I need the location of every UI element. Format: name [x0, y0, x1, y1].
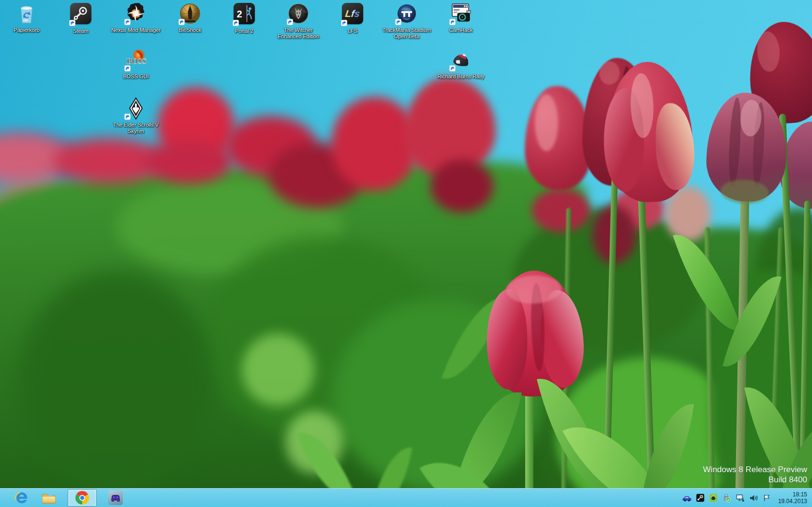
- desktop-icon-lfs[interactable]: Lfs LFS: [327, 2, 378, 34]
- portal-2-icon: 2: [233, 3, 256, 26]
- camhack-icon: [449, 2, 472, 25]
- watermark-line2: Build 8400: [703, 475, 807, 485]
- desktop-icon-trackmania[interactable]: TrackMania Stadium Open Beta: [382, 2, 432, 40]
- shortcut-arrow-icon: [178, 19, 185, 25]
- taskbar-button-file-explorer[interactable]: [41, 490, 57, 506]
- clock-time: 18:15: [778, 491, 807, 498]
- desktop-icon-label: CamHack: [436, 27, 486, 33]
- nvidia-tray-icon[interactable]: [709, 493, 718, 502]
- bioshock-icon: [178, 2, 202, 25]
- steam-tray-icon[interactable]: [696, 493, 705, 502]
- nexus-mod-manager-icon: [124, 2, 148, 25]
- skyrim-logo-icon: [124, 97, 148, 120]
- clock-date: 19.04.2013: [778, 498, 807, 505]
- desktop-icon-label: TrackMania Stadium Open Beta: [382, 27, 432, 40]
- desktop-icon-label: Papierkorb: [1, 27, 52, 33]
- desktop-icon-label: LFS: [327, 28, 378, 34]
- wallpaper-shape: [242, 333, 314, 406]
- desktop-icon-skyrim[interactable]: The Elder Scrolls V Skyrim: [111, 97, 161, 134]
- wallpaper-shape: [19, 271, 213, 493]
- svg-text:2: 2: [236, 9, 242, 19]
- desktop-icon-label: Richard Burns Rally: [436, 73, 486, 80]
- trackmania-icon: [395, 2, 418, 25]
- shortcut-arrow-icon: [233, 20, 239, 26]
- tulip-stem: [525, 382, 533, 498]
- shortcut-arrow-icon: [449, 19, 456, 25]
- tulip: [487, 269, 584, 398]
- shortcut-arrow-icon: [124, 19, 131, 25]
- shortcut-arrow-icon: [341, 20, 347, 26]
- desktop-icon-steam[interactable]: Steam: [56, 2, 106, 34]
- system-tray: 18:15 19.04.2013: [682, 491, 812, 505]
- shortcut-arrow-icon: [449, 65, 456, 72]
- desktop-icon-witcher[interactable]: The Witcher Enhanced Edition: [273, 2, 324, 40]
- wallpaper-shape: [532, 188, 590, 232]
- desktop-icon-label: The Elder Scrolls V Skyrim: [111, 122, 161, 134]
- taskbar-clock[interactable]: 18:15 19.04.2013: [778, 491, 807, 505]
- car-tray-icon[interactable]: [682, 494, 692, 502]
- taskbar: 18:15 19.04.2013: [0, 488, 812, 507]
- desktop-icon-label: BioShock: [165, 27, 215, 33]
- network-tray-icon[interactable]: [735, 494, 745, 502]
- desktop-icon-label: Nexus Mod Manager: [111, 27, 161, 33]
- desktop-icon-nexus-mod-manager[interactable]: Nexus Mod Manager: [111, 2, 161, 33]
- tulip: [704, 91, 790, 203]
- desktop-icon-portal-2[interactable]: 2 Portal 2: [219, 2, 269, 34]
- lfs-icon: Lfs: [341, 3, 364, 26]
- tulip-petal: [535, 94, 558, 151]
- recycle-bin-icon: [15, 2, 38, 25]
- desktop-icon-label: BOSS GUI: [111, 73, 161, 80]
- shortcut-arrow-icon: [69, 20, 75, 26]
- internet-explorer-icon: [15, 491, 29, 505]
- wallpaper-shape: [430, 159, 493, 213]
- action-center-flag-icon[interactable]: [763, 494, 771, 502]
- chrome-icon: [75, 491, 89, 505]
- watermark-line1: Windows 8 Release Preview: [703, 464, 807, 475]
- taskbar-button-game[interactable]: [107, 490, 124, 506]
- volume-tray-icon[interactable]: [749, 494, 758, 502]
- desktop-icon-richard-burns-rally[interactable]: Richard Burns Rally: [436, 48, 486, 80]
- desktop-icon-label: Steam: [56, 28, 106, 34]
- svg-text:BOSS: BOSS: [127, 57, 147, 65]
- desktop-icon-papierkorb[interactable]: Papierkorb: [1, 2, 52, 33]
- usb-safely-remove-icon[interactable]: [722, 493, 731, 502]
- shortcut-arrow-icon: [395, 19, 401, 25]
- file-explorer-icon: [42, 492, 56, 505]
- shortcut-arrow-icon: [287, 19, 293, 25]
- desktop-icon-camhack[interactable]: CamHack: [436, 2, 486, 33]
- desktop-icon-label: Portal 2: [219, 28, 269, 34]
- shortcut-arrow-icon: [124, 65, 131, 72]
- rally-helmet-icon: [449, 48, 472, 72]
- taskbar-button-internet-explorer[interactable]: [14, 490, 30, 506]
- boss-gui-icon: BOSS: [124, 48, 148, 72]
- steam-icon: [69, 3, 92, 26]
- taskbar-button-chrome[interactable]: [68, 489, 97, 507]
- witcher-medallion-icon: [287, 2, 310, 25]
- shortcut-arrow-icon: [124, 114, 131, 120]
- desktop-icon-boss-gui[interactable]: BOSS BOSS GUI: [111, 48, 161, 80]
- desktop-icon-label: The Witcher Enhanced Edition: [273, 27, 324, 40]
- desktop: Papierkorb Steam: [0, 0, 812, 507]
- wallpaper-shape: [145, 140, 232, 184]
- tulip: [603, 60, 695, 203]
- game-controller-icon: [108, 491, 123, 505]
- windows-build-watermark: Windows 8 Release Preview Build 8400: [703, 464, 807, 485]
- desktop-icon-bioshock[interactable]: BioShock: [165, 2, 215, 33]
